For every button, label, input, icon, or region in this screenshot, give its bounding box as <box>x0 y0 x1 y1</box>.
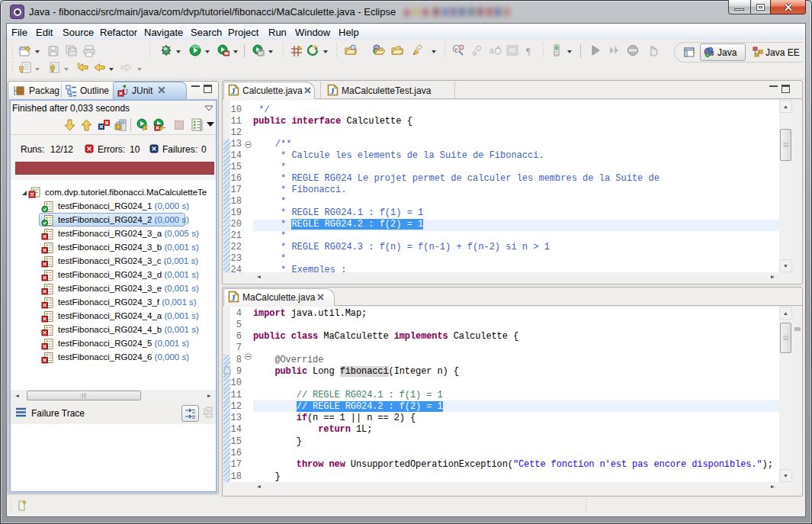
svg-text:J: J <box>231 293 236 302</box>
svg-text:J: J <box>330 86 335 95</box>
svg-text:J: J <box>231 86 236 95</box>
svg-text:¶: ¶ <box>526 45 531 56</box>
svg-text:J: J <box>711 50 714 57</box>
svg-text:P: P <box>455 47 458 53</box>
svg-text:a: a <box>489 47 494 55</box>
